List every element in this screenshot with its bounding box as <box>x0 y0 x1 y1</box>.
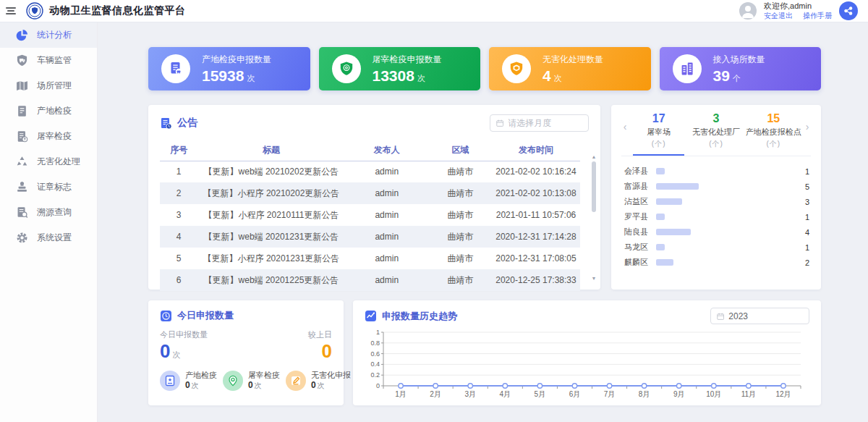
table-scrollbar[interactable]: ▲ ▼ <box>590 154 597 281</box>
calendar-icon <box>717 312 724 321</box>
table-cell: 曲靖市 <box>429 161 492 182</box>
sidebar-item-vehicle-supervision[interactable]: 车辆监管 <box>0 48 97 73</box>
stat-card-slaughter-declarations[interactable]: 屠宰检疫申报数量 13308次 <box>319 47 481 90</box>
scroll-up-icon[interactable]: ▲ <box>590 154 597 159</box>
facility-label: 无害化处理厂 <box>687 127 744 138</box>
region-bar <box>656 183 699 190</box>
table-cell: admin <box>345 204 429 226</box>
logout-link[interactable]: 安全退出 <box>764 12 793 20</box>
sidebar-item-origin-quarantine[interactable]: 产地检疫 <box>0 98 97 124</box>
svg-text:7月: 7月 <box>604 390 616 398</box>
user-avatar-icon[interactable] <box>739 2 757 20</box>
today-category-value: 0次 <box>185 380 217 391</box>
trend-title: 申报数量历史趋势 <box>382 310 457 323</box>
shield-box-icon <box>502 54 531 83</box>
stat-card-origin-declarations[interactable]: 产地检疫申报数量 15938次 <box>148 47 310 90</box>
year-picker[interactable] <box>710 308 809 324</box>
table-cell: 曲靖市 <box>429 226 492 248</box>
stat-card-value: 15938次 <box>202 67 271 85</box>
region-bar <box>656 244 665 250</box>
scroll-down-icon[interactable]: ▼ <box>590 276 597 281</box>
sidebar-item-trace-query[interactable]: 溯源查询 <box>0 200 97 225</box>
today-category-item: 产地检疫 0次 <box>160 371 217 391</box>
month-picker[interactable] <box>490 114 589 132</box>
column-header: 区域 <box>429 140 492 161</box>
welcome-text: 欢迎你,admin <box>764 1 832 10</box>
sidebar-item-venue-management[interactable]: 场所管理 <box>0 73 97 98</box>
month-picker-input[interactable] <box>508 118 582 128</box>
stat-cards-row: 产地检疫申报数量 15938次 屠宰检疫申报数量 13308次 无害化处理数量 … <box>148 47 821 90</box>
table-row[interactable]: 6【更新】web端 20201225更新公告admin曲靖市2020-12-25… <box>160 269 580 291</box>
location-pin-icon <box>223 371 243 391</box>
sidebar-item-harmless-treatment[interactable]: 无害化处理 <box>0 149 97 174</box>
facility-tab-0[interactable]: 17 屠宰场 (个) <box>630 112 687 156</box>
region-bar <box>656 168 665 174</box>
sidebar-item-label: 屠宰检疫 <box>37 130 72 143</box>
today-total-value: 0 <box>160 340 170 362</box>
region-label: 马龙区 <box>624 242 656 253</box>
announcements-table: 序号标题发布人区域发布时间 1【更新】web端 20210202更新公告admi… <box>160 140 580 291</box>
facilities-next-icon[interactable]: › <box>802 121 812 132</box>
today-compare-value: 0 <box>322 342 332 360</box>
table-row[interactable]: 1【更新】web端 20210202更新公告admin曲靖市2021-02-02… <box>160 161 580 182</box>
svg-text:5月: 5月 <box>535 390 546 398</box>
svg-text:8月: 8月 <box>639 390 650 398</box>
year-picker-input[interactable] <box>728 311 803 321</box>
app-logo <box>26 2 43 20</box>
table-cell: 2021-02-02 10:16:24 <box>492 161 580 182</box>
stat-card-connected-venues[interactable]: 接入场所数量 39个 <box>660 47 822 90</box>
sidebar-item-label: 车辆监管 <box>37 54 72 67</box>
today-title: 今日申报数量 <box>177 309 234 322</box>
clock-icon <box>160 310 172 322</box>
region-label: 富源县 <box>624 181 656 192</box>
table-cell: 2020-12-25 17:38:33 <box>492 269 580 291</box>
sidebar-item-label: 场所管理 <box>37 80 72 92</box>
column-header: 标题 <box>197 140 344 161</box>
table-cell: 曲靖市 <box>429 248 492 269</box>
region-bar-row: 罗平县 1 <box>624 209 809 224</box>
facilities-panel: ‹ 17 屠宰场 (个) 3 无害化处理厂 (个) 15 产地检疫报检点 (个)… <box>611 105 821 290</box>
sidebar-item-label: 无害化处理 <box>37 156 80 168</box>
table-row[interactable]: 2【更新】小程序 20210202更新公告admin曲靖市2021-02-02 … <box>160 182 580 204</box>
region-bar-chart: 会泽县 1 富源县 5 沾益区 3 罗平县 1 陆良县 4 马龙区 1 麒麟区 … <box>620 156 812 270</box>
table-row[interactable]: 4【更新】web端 20201231更新公告admin曲靖市2020-12-31… <box>160 226 580 248</box>
today-category-value: 0次 <box>248 380 280 391</box>
facility-label: 屠宰场 <box>630 127 687 138</box>
table-cell: admin <box>345 226 429 248</box>
facilities-prev-icon[interactable]: ‹ <box>620 121 630 132</box>
share-button[interactable] <box>839 1 858 20</box>
today-category-item: 无害化申报 0次 <box>286 371 351 391</box>
scrollbar-thumb[interactable] <box>592 161 596 212</box>
svg-text:9月: 9月 <box>673 390 685 398</box>
shield-target-icon <box>332 54 361 83</box>
facility-tab-2[interactable]: 15 产地检疫报检点 (个) <box>745 112 802 156</box>
sidebar-item-label: 系统设置 <box>37 232 72 244</box>
sidebar-item-slaughter-quarantine[interactable]: 屠宰检疫 <box>0 124 97 149</box>
table-row[interactable]: 3【更新】小程序 20210111更新公告admin曲靖市2021-01-11 … <box>160 204 580 226</box>
svg-text:0.2: 0.2 <box>370 371 380 379</box>
stat-card-harmless-count[interactable]: 无害化处理数量 4次 <box>489 47 651 90</box>
document-up-icon <box>16 130 28 143</box>
region-label: 会泽县 <box>624 166 656 177</box>
pie-chart-icon <box>16 29 28 41</box>
svg-text:0.8: 0.8 <box>370 339 380 347</box>
facility-tab-1[interactable]: 3 无害化处理厂 (个) <box>687 112 744 156</box>
manual-link[interactable]: 操作手册 <box>803 12 832 20</box>
sidebar-collapse-icon[interactable] <box>0 6 22 16</box>
announcements-panel: 公告 序号标题发布人区域发布时间 1【更新】web端 20210202更新公告a… <box>148 105 600 290</box>
table-row[interactable]: 5【更新】小程序 20201231更新公告admin曲靖市2020-12-31 … <box>160 248 580 269</box>
table-cell: admin <box>345 248 429 269</box>
region-bar <box>656 259 673 266</box>
column-header: 发布时间 <box>492 140 580 161</box>
svg-text:6月: 6月 <box>569 390 581 398</box>
stat-card-value: 39个 <box>713 67 765 85</box>
trend-panel: 申报数量历史趋势 00.20.40.60.811月2月3月4月5月6月7月8月9… <box>353 300 821 405</box>
sidebar-item-certificate-badge[interactable]: 证章标志 <box>0 174 97 200</box>
region-bar-row: 陆良县 4 <box>624 224 809 240</box>
region-label: 陆良县 <box>624 227 656 237</box>
region-label: 沾益区 <box>624 196 656 207</box>
table-cell: admin <box>345 269 429 291</box>
sidebar-item-system-settings[interactable]: 系统设置 <box>0 225 97 250</box>
sidebar-item-statistics[interactable]: 统计分析 <box>0 22 97 48</box>
svg-text:3月: 3月 <box>464 390 476 398</box>
